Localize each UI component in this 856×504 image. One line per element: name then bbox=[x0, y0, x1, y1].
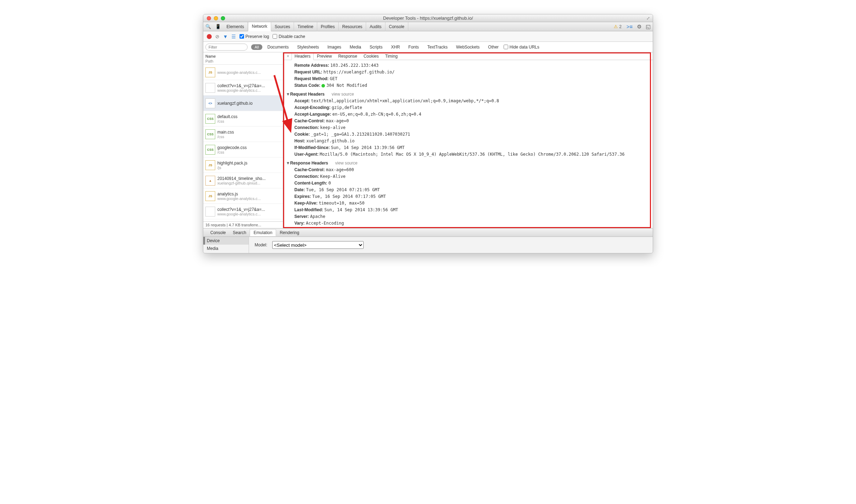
header-value: max-age=0 bbox=[326, 118, 349, 123]
request-path: www.google-analytics.c... bbox=[217, 88, 265, 92]
close-detail-icon[interactable]: × bbox=[285, 53, 292, 59]
drawer-tab-rendering[interactable]: Rendering bbox=[276, 230, 302, 236]
drawer-side-media[interactable]: Media bbox=[203, 245, 249, 252]
filter-type-media[interactable]: Media bbox=[348, 45, 363, 50]
header-value: text/html,application/xhtml+xml,applicat… bbox=[311, 98, 499, 103]
filter-all[interactable]: All bbox=[251, 44, 262, 50]
request-name: collect?v=1&_v=j27&a=... bbox=[217, 83, 265, 88]
filter-type-texttracks[interactable]: TextTracks bbox=[426, 45, 449, 50]
disable-cache-checkbox[interactable]: Disable cache bbox=[273, 34, 305, 39]
main-tab-audits[interactable]: Audits bbox=[366, 22, 385, 31]
header-key: Accept-Encoding: bbox=[294, 105, 331, 110]
header-key: User-Agent: bbox=[294, 152, 319, 157]
filter-type-websockets[interactable]: WebSockets bbox=[455, 45, 481, 50]
request-row[interactable]: collect?v=1&_v=j27&a=...www.google-analy… bbox=[203, 204, 283, 219]
file-type-icon bbox=[205, 207, 215, 217]
filter-type-images[interactable]: Images bbox=[326, 45, 343, 50]
drawer-tab-emulation[interactable]: Emulation bbox=[250, 229, 276, 236]
filter-bar: All DocumentsStylesheetsImagesMediaScrip… bbox=[203, 42, 653, 52]
detail-tab-preview[interactable]: Preview bbox=[314, 53, 335, 60]
header-key: Remote Address: bbox=[294, 63, 329, 68]
model-label: Model: bbox=[255, 243, 267, 247]
titlebar: Developer Tools - https://xuelangzf.gith… bbox=[203, 14, 653, 22]
device-icon[interactable]: 📱 bbox=[213, 24, 223, 29]
drawer: ConsoleSearchEmulationRendering DeviceMe… bbox=[203, 228, 653, 253]
view-source-link[interactable]: view source bbox=[335, 161, 357, 166]
detail-tab-cookies[interactable]: Cookies bbox=[360, 53, 382, 60]
main-tab-resources[interactable]: Resources bbox=[339, 22, 366, 31]
preserve-log-checkbox[interactable]: Preserve log bbox=[239, 34, 269, 39]
header-key: Request Method: bbox=[294, 76, 328, 81]
request-path: /js bbox=[217, 166, 247, 170]
request-row[interactable]: ▲20140914_timeline_sho...xuelangzf-githu… bbox=[203, 173, 283, 188]
main-tab-console[interactable]: Console bbox=[385, 22, 408, 31]
header-value: Accept-Encoding bbox=[306, 221, 344, 226]
view-source-link[interactable]: view source bbox=[332, 92, 354, 97]
request-row[interactable]: <>xuelangzf.github.io bbox=[203, 96, 283, 111]
header-value: GET bbox=[330, 76, 338, 81]
settings-gear-icon[interactable]: ⚙ bbox=[635, 24, 644, 30]
file-type-icon: JS bbox=[205, 160, 215, 170]
filter-funnel-icon[interactable]: ▼ bbox=[223, 34, 228, 39]
request-name: googlecode.css bbox=[217, 145, 247, 150]
request-row[interactable]: CSSmain.css/css bbox=[203, 127, 283, 142]
request-row[interactable]: JShighlight.pack.js/js bbox=[203, 157, 283, 173]
drawer-side-device[interactable]: Device bbox=[203, 237, 249, 245]
header-key: Date: bbox=[294, 187, 305, 192]
header-value: max-age=600 bbox=[326, 167, 354, 172]
warnings-badge[interactable]: ⚠2 bbox=[614, 24, 622, 29]
drawer-tab-console[interactable]: Console bbox=[207, 230, 229, 236]
request-path: /css bbox=[217, 119, 237, 123]
header-key: Cache-Control: bbox=[294, 118, 325, 123]
main-tab-profiles[interactable]: Profiles bbox=[317, 22, 339, 31]
filter-type-stylesheets[interactable]: Stylesheets bbox=[296, 45, 320, 50]
header-key: Host: bbox=[294, 138, 305, 143]
response-headers-title: Response Headers bbox=[290, 161, 328, 166]
main-tab-elements[interactable]: Elements bbox=[223, 22, 248, 31]
drawer-tab-search[interactable]: Search bbox=[229, 230, 250, 236]
request-name: main.css bbox=[217, 130, 234, 135]
filter-type-documents[interactable]: Documents bbox=[266, 45, 290, 50]
main-tab-timeline[interactable]: Timeline bbox=[294, 22, 317, 31]
header-value: xuelangzf.github.io bbox=[306, 138, 354, 143]
request-row[interactable]: collect?v=1&_v=j27&a=...www.google-analy… bbox=[203, 80, 283, 96]
status-dot-icon bbox=[321, 84, 325, 88]
request-row[interactable]: CSSdefault.css/css bbox=[203, 111, 283, 127]
status-bar: 16 requests | 4.7 KB transferre... bbox=[203, 221, 283, 228]
request-row[interactable]: CSSgooglecode.css/css bbox=[203, 142, 283, 157]
filter-input[interactable] bbox=[205, 44, 248, 51]
header-key: Accept-Language: bbox=[294, 112, 331, 117]
model-select[interactable]: <Select model> bbox=[272, 241, 364, 249]
view-icon[interactable]: ☰ bbox=[231, 34, 236, 39]
detail-tab-response[interactable]: Response bbox=[335, 53, 360, 60]
file-type-icon: CSS bbox=[205, 145, 215, 155]
collapse-icon[interactable]: ▼ bbox=[286, 160, 290, 167]
dock-icon[interactable]: ◱ bbox=[644, 24, 653, 30]
filter-type-other[interactable]: Other bbox=[487, 45, 500, 50]
header-key: Connection: bbox=[294, 125, 319, 130]
main-tab-sources[interactable]: Sources bbox=[271, 22, 294, 31]
clear-icon[interactable]: ⊘ bbox=[215, 34, 219, 39]
request-list-panel: Name Path JSwww.google-analytics.c...col… bbox=[203, 52, 283, 228]
header-value: https://xuelangzf.github.io/ bbox=[324, 70, 395, 75]
record-button[interactable] bbox=[207, 34, 212, 39]
request-name: 20140914_timeline_sho... bbox=[217, 176, 266, 181]
header-key: Request URL: bbox=[294, 70, 322, 75]
request-row[interactable]: JSwww.google-analytics.c... bbox=[203, 65, 283, 80]
search-icon[interactable]: 🔍 bbox=[203, 24, 213, 29]
header-value: Keep-Alive bbox=[320, 174, 345, 179]
hide-data-urls-checkbox[interactable]: Hide data URLs bbox=[504, 45, 539, 50]
request-path: www.google-analytics.c... bbox=[217, 212, 265, 216]
header-key: Cookie: bbox=[294, 132, 310, 137]
request-row[interactable]: JSanalytics.jswww.google-analytics.c... bbox=[203, 188, 283, 204]
detail-tab-timing[interactable]: Timing bbox=[382, 53, 401, 60]
detail-tab-headers[interactable]: Headers bbox=[292, 53, 314, 60]
console-toggle-icon[interactable]: >≡ bbox=[624, 24, 635, 30]
file-type-icon: ▲ bbox=[205, 176, 215, 186]
filter-type-scripts[interactable]: Scripts bbox=[368, 45, 384, 50]
filter-type-fonts[interactable]: Fonts bbox=[407, 45, 420, 50]
filter-type-xhr[interactable]: XHR bbox=[390, 45, 401, 50]
request-path: /css bbox=[217, 135, 234, 139]
collapse-icon[interactable]: ▼ bbox=[286, 91, 290, 98]
main-tab-network[interactable]: Network bbox=[248, 22, 271, 31]
